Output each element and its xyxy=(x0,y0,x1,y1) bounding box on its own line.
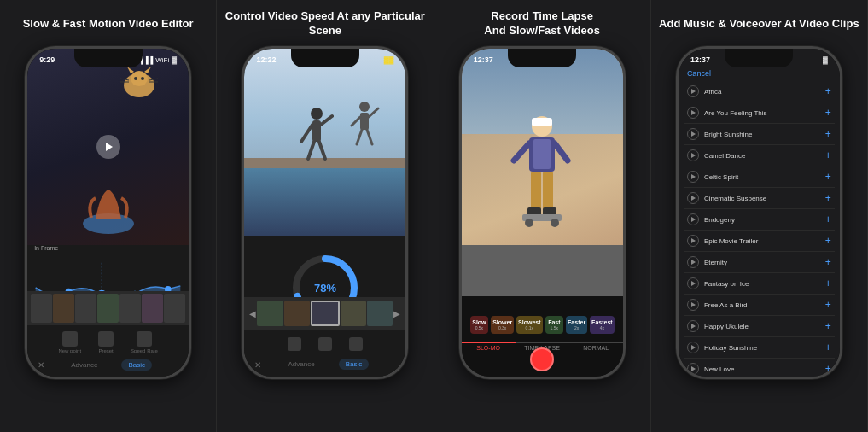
speed-pill-slow[interactable]: Slow 0.5x xyxy=(470,316,489,334)
add-track-11[interactable]: + xyxy=(825,320,831,332)
phone2-content: 78% ◀ ▶ xyxy=(244,49,405,377)
list-item: Epic Movie Trailer + xyxy=(684,231,835,252)
close-btn-1[interactable]: ✕ xyxy=(38,360,44,370)
list-item: Fantasy on Ice + xyxy=(684,273,835,295)
play-icon-8[interactable] xyxy=(687,256,699,268)
pill-value-faster: 2x xyxy=(568,325,585,330)
track-name-13: New Love xyxy=(704,365,820,373)
phone-frame-2: 12:22 ▓▓ xyxy=(242,46,408,379)
play-icon-10[interactable] xyxy=(687,299,699,311)
list-item: Celtic Spirit + xyxy=(684,166,835,188)
add-track-5[interactable]: + xyxy=(825,192,831,204)
preset-icon xyxy=(98,331,114,347)
pill-value-fastest: 4x xyxy=(591,325,613,330)
tab-basic-1[interactable]: Basic xyxy=(121,359,152,371)
pill-value-slow: 0.5x xyxy=(472,325,487,330)
panel2-title: Control Video Speed At any Particular Sc… xyxy=(222,9,428,39)
svg-line-36 xyxy=(514,143,529,161)
timeline-thumb-2c xyxy=(311,301,340,326)
speed-rate-btn[interactable]: Speed Rate xyxy=(131,331,158,353)
svg-marker-2 xyxy=(127,67,134,73)
svg-line-25 xyxy=(352,117,360,126)
status-icons-2: ▓▓ xyxy=(384,56,394,64)
pill-label-fast: Fast xyxy=(547,319,562,325)
speed-pills: Slow 0.5x Slower 0.3x Slowest 0.1x Fast … xyxy=(462,316,623,334)
speed-pill-slower[interactable]: Slower 0.3x xyxy=(491,316,514,334)
add-track-7[interactable]: + xyxy=(825,235,831,247)
list-item: Happy Ukulele + xyxy=(684,316,835,337)
speed-pill-slowest[interactable]: Slowest 0.1x xyxy=(516,316,542,334)
cat-graphic xyxy=(112,61,167,108)
add-track-8[interactable]: + xyxy=(825,256,831,268)
play-icon-9[interactable] xyxy=(687,277,699,289)
action-btn-2b[interactable] xyxy=(318,337,332,351)
play-icon-11[interactable] xyxy=(687,320,699,332)
action-btn-2c[interactable] xyxy=(349,337,363,351)
panel4-title: Add Music & Voiceover At Video Clips xyxy=(659,9,859,39)
svg-point-43 xyxy=(525,219,533,227)
tab-basic-2[interactable]: Basic xyxy=(339,359,370,370)
add-track-12[interactable]: + xyxy=(825,342,831,353)
play-icon-2[interactable] xyxy=(687,128,699,140)
phone4-content: Cancel Africa + Are You Feeling This + B… xyxy=(679,49,840,377)
phone-notch-2 xyxy=(291,49,359,67)
play-icon-0[interactable] xyxy=(687,85,699,97)
bottom-actions: New point Preset Speed Rate xyxy=(58,331,157,353)
track-name-9: Fantasy on Ice xyxy=(704,280,820,288)
track-name-1: Are You Feeling This xyxy=(704,109,820,117)
add-track-13[interactable]: + xyxy=(825,363,831,375)
close-btn-2[interactable]: ✕ xyxy=(254,360,261,370)
tab-advance-1[interactable]: Advance xyxy=(64,359,104,371)
add-track-0[interactable]: + xyxy=(825,85,831,97)
play-icon-1[interactable] xyxy=(687,107,699,119)
arrow-right[interactable]: ▶ xyxy=(393,309,400,318)
new-point-btn[interactable]: New point xyxy=(58,331,81,353)
water-bg xyxy=(244,168,405,236)
mode-tab-slomo[interactable]: SLO-MO xyxy=(462,342,516,353)
cancel-button[interactable]: Cancel xyxy=(687,69,711,78)
skater-figure xyxy=(504,114,580,254)
add-track-4[interactable]: + xyxy=(825,171,831,183)
phone-notch-3 xyxy=(508,49,576,67)
play-icon-7[interactable] xyxy=(687,235,699,247)
panel-music: Add Music & Voiceover At Video Clips 12:… xyxy=(651,0,868,432)
arrow-left[interactable]: ◀ xyxy=(249,309,256,318)
speed-pill-faster[interactable]: Faster 2x xyxy=(566,316,587,334)
track-name-10: Free As a Bird xyxy=(704,301,820,309)
svg-rect-24 xyxy=(360,113,369,130)
action-btn-2a[interactable] xyxy=(288,337,301,351)
play-icon-13[interactable] xyxy=(687,363,699,375)
action-icon-2c xyxy=(349,337,363,351)
new-point-icon xyxy=(62,331,78,347)
record-button[interactable] xyxy=(530,347,554,371)
play-button-1[interactable] xyxy=(96,135,120,159)
play-icon-6[interactable] xyxy=(687,213,699,225)
play-icon-12[interactable] xyxy=(687,342,699,353)
preset-btn[interactable]: Preset xyxy=(98,331,114,353)
list-item: Bright Sunshine + xyxy=(684,124,835,145)
add-track-9[interactable]: + xyxy=(825,277,831,289)
add-track-10[interactable]: + xyxy=(825,299,831,311)
diver-2 xyxy=(350,100,380,155)
add-track-3[interactable]: + xyxy=(825,149,831,161)
phone-notch-4 xyxy=(725,49,793,67)
track-name-12: Holiday Sunshine xyxy=(704,344,820,352)
play-icon-5[interactable] xyxy=(687,192,699,204)
tab-advance-2[interactable]: Advance xyxy=(282,359,322,370)
track-name-7: Epic Movie Trailer xyxy=(704,237,820,245)
svg-rect-38 xyxy=(531,172,541,210)
speed-rate-label: Speed Rate xyxy=(131,348,158,353)
svg-line-21 xyxy=(308,142,314,159)
play-icon-4[interactable] xyxy=(687,171,699,183)
panel1-title: Slow & Fast Motion Video Editor xyxy=(23,9,194,39)
add-track-1[interactable]: + xyxy=(825,107,831,119)
speed-pill-fast[interactable]: Fast 1.5x xyxy=(545,316,564,334)
svg-marker-3 xyxy=(144,67,151,73)
add-track-2[interactable]: + xyxy=(825,128,831,140)
add-track-6[interactable]: + xyxy=(825,213,831,225)
svg-line-20 xyxy=(321,116,332,125)
play-icon-3[interactable] xyxy=(687,149,699,161)
speed-pill-fastest[interactable]: Fastest 4x xyxy=(590,316,615,334)
mode-tab-normal[interactable]: NORMAL xyxy=(569,342,623,353)
status-time-1: 9:29 xyxy=(39,55,55,64)
